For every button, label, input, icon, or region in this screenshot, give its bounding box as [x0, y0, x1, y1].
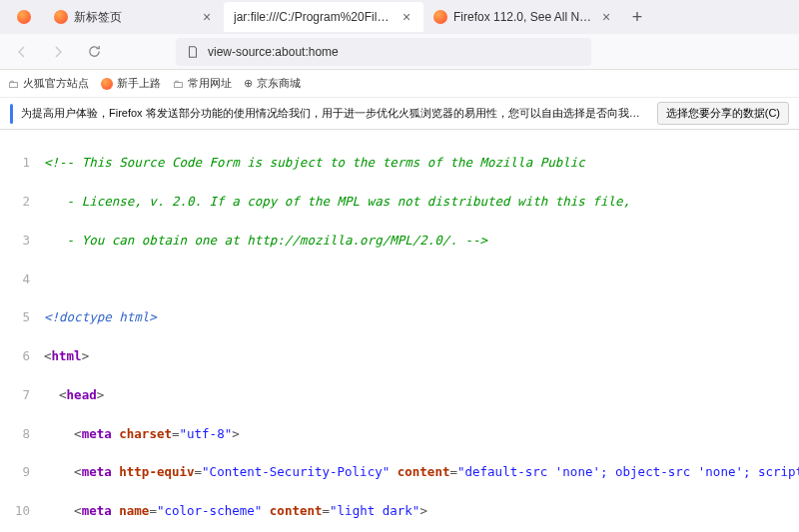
tab-strip: 新标签页 × jar:file:///C:/Program%20Files/M …: [0, 0, 799, 34]
notification-button[interactable]: 选择您要分享的数据(C): [657, 102, 789, 125]
notification-bar: 为提高用户体验，Firefox 将发送部分功能的使用情况给我们，用于进一步优化火…: [0, 98, 799, 130]
close-icon[interactable]: ×: [200, 10, 214, 24]
bookmark-item[interactable]: ⊕京东商城: [244, 76, 301, 91]
firefox-icon: [101, 78, 113, 90]
reload-button[interactable]: [80, 38, 108, 66]
forward-button[interactable]: [44, 38, 72, 66]
firefox-icon: [54, 10, 68, 24]
bookmarks-bar: 🗀火狐官方站点 新手上路 🗀常用网址 ⊕京东商城: [0, 70, 799, 98]
close-icon[interactable]: ×: [400, 10, 413, 24]
source-view[interactable]: 1<!-- This Source Code Form is subject t…: [0, 130, 799, 532]
url-bar[interactable]: view-source:about:home: [176, 38, 591, 66]
firefox-icon: [17, 10, 31, 24]
tab-title: 新标签页: [74, 9, 194, 26]
arrow-right-icon: [50, 44, 66, 60]
browser-tab[interactable]: Firefox 112.0, See All New Fe ×: [423, 2, 623, 32]
browser-tab[interactable]: [4, 2, 44, 32]
url-text: view-source:about:home: [208, 45, 339, 59]
globe-icon: ⊕: [244, 77, 253, 90]
notification-text: 为提高用户体验，Firefox 将发送部分功能的使用情况给我们，用于进一步优化火…: [21, 106, 649, 121]
firefox-icon: [433, 10, 447, 24]
info-indicator: [10, 104, 13, 124]
tab-title: jar:file:///C:/Program%20Files/M: [234, 10, 394, 24]
arrow-left-icon: [14, 44, 30, 60]
tab-title: Firefox 112.0, See All New Fe: [453, 10, 593, 24]
toolbar: view-source:about:home: [0, 34, 799, 70]
back-button[interactable]: [8, 38, 36, 66]
bookmark-item[interactable]: 新手上路: [101, 76, 161, 91]
browser-tab[interactable]: 新标签页 ×: [44, 2, 224, 32]
folder-icon: 🗀: [173, 78, 184, 90]
close-icon[interactable]: ×: [599, 10, 613, 24]
bookmark-item[interactable]: 🗀火狐官方站点: [8, 76, 89, 91]
reload-icon: [87, 44, 102, 59]
bookmark-item[interactable]: 🗀常用网址: [173, 76, 232, 91]
new-tab-button[interactable]: +: [623, 3, 651, 31]
folder-icon: 🗀: [8, 78, 19, 90]
browser-tab[interactable]: jar:file:///C:/Program%20Files/M ×: [224, 2, 423, 32]
page-icon: [186, 45, 200, 59]
